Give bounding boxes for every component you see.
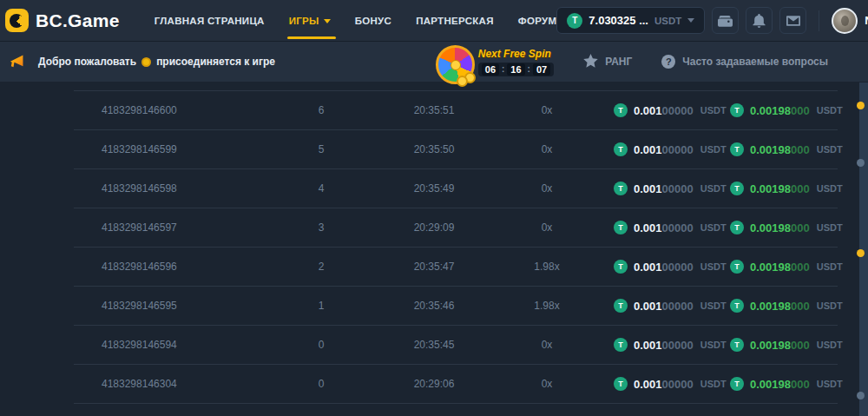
bet-id: 4183298146599 bbox=[74, 143, 273, 155]
free-spin-title: Next Free Spin bbox=[478, 48, 554, 60]
announcement-prefix: Добро пожаловать bbox=[38, 56, 136, 68]
bcgame-logo-icon bbox=[5, 9, 29, 32]
bet-time: 20:29:09 bbox=[369, 221, 499, 234]
chevron-down-icon bbox=[687, 18, 694, 23]
tether-icon: T bbox=[730, 182, 744, 195]
balance-selector[interactable]: T 7.030325 ... USDT bbox=[556, 7, 705, 34]
bet-amount: T 0.00100000 USDT bbox=[595, 377, 716, 391]
bet-amount: T 0.00100000 USDT bbox=[595, 142, 716, 156]
bet-multiplier: 0x bbox=[499, 378, 595, 390]
faq-label: Часто задаваемые вопросы bbox=[682, 56, 828, 68]
tether-icon: T bbox=[614, 377, 628, 391]
payout-amount: T 0.00198000 USDT bbox=[716, 221, 838, 234]
rank-label: РАНГ bbox=[605, 56, 632, 68]
free-spin-widget[interactable]: Next Free Spin 06:16:07 bbox=[436, 45, 554, 79]
bet-time: 20:35:50 bbox=[369, 143, 499, 155]
bet-amount: T 0.00100000 USDT bbox=[595, 221, 716, 234]
wallet-icon bbox=[718, 14, 733, 27]
wallet-button[interactable] bbox=[712, 7, 739, 34]
tether-icon: T bbox=[730, 377, 744, 391]
announcement-right: Next Free Spin 06:16:07 РАНГ ? Часто зад… bbox=[436, 45, 828, 79]
tether-icon: T bbox=[614, 299, 628, 313]
announcement-bar: Добро пожаловать присоединяется к игре N… bbox=[0, 42, 868, 82]
tether-icon: T bbox=[614, 182, 628, 195]
username: Nashka bbox=[865, 14, 868, 27]
bet-amount: T 0.00100000 USDT bbox=[595, 338, 716, 352]
main-nav: ГЛАВНАЯ СТРАНИЦА ИГРЫ БОНУС ПАРТНЕРСКАЯ … bbox=[155, 0, 557, 42]
tether-icon: T bbox=[730, 338, 744, 352]
bet-amount: T 0.00100000 USDT bbox=[595, 260, 716, 274]
bet-round: 4 bbox=[273, 182, 369, 195]
bet-multiplier: 0x bbox=[499, 339, 595, 351]
payout-amount: T 0.00198000 USDT bbox=[716, 142, 838, 156]
nav-item[interactable]: ФОРУМ bbox=[518, 0, 557, 42]
panel-icon-fragment bbox=[857, 249, 865, 257]
nav-item[interactable]: ИГРЫ bbox=[289, 0, 331, 42]
bet-time: 20:35:45 bbox=[369, 339, 499, 351]
notifications-button[interactable] bbox=[746, 7, 773, 34]
announcement-message: Добро пожаловать присоединяется к игре bbox=[38, 56, 275, 68]
faq-link[interactable]: ? Часто задаваемые вопросы bbox=[661, 55, 828, 69]
logo[interactable]: BC.Game bbox=[5, 9, 120, 32]
nav-item[interactable]: ГЛАВНАЯ СТРАНИЦА bbox=[155, 0, 265, 42]
currency-label: USDT bbox=[817, 379, 843, 389]
balance-amount: 7.030325 ... bbox=[589, 14, 648, 27]
table-row[interactable]: 4183298146594 0 20:35:45 0x T 0.00100000… bbox=[74, 325, 838, 364]
bets-table-area: 4183298146600 6 20:35:51 0x T 0.00100000… bbox=[0, 83, 868, 416]
nav-item[interactable]: БОНУС bbox=[355, 0, 391, 42]
bet-id: 4183298146304 bbox=[74, 378, 273, 390]
star-icon bbox=[583, 54, 598, 70]
bet-time: 20:35:46 bbox=[369, 300, 499, 312]
payout-amount: T 0.00198000 USDT bbox=[716, 299, 838, 313]
tether-icon: T bbox=[614, 221, 628, 234]
table-row[interactable]: 4183298146597 3 20:29:09 0x T 0.00100000… bbox=[74, 208, 838, 247]
bet-id: 4183298146597 bbox=[74, 221, 273, 234]
avatar bbox=[832, 8, 858, 34]
logo-text: BC.Game bbox=[36, 10, 120, 31]
bet-time: 20:35:49 bbox=[369, 182, 499, 195]
currency-label: USDT bbox=[817, 144, 843, 155]
bet-multiplier: 0x bbox=[499, 104, 595, 116]
bet-id: 4183298146600 bbox=[74, 104, 273, 116]
bet-time: 20:35:47 bbox=[369, 261, 499, 273]
bet-round: 2 bbox=[273, 261, 369, 273]
bet-amount: T 0.00100000 USDT bbox=[595, 182, 716, 195]
bet-multiplier: 0x bbox=[499, 143, 595, 155]
mail-icon bbox=[786, 16, 800, 26]
bet-id: 4183298146594 bbox=[74, 339, 273, 351]
bet-round: 0 bbox=[273, 339, 369, 351]
nav-item-label: ИГРЫ bbox=[289, 16, 319, 26]
coin-icon bbox=[141, 57, 151, 67]
table-row[interactable]: 4183298146294 0 20:29:03 0x T 0.00100000… bbox=[74, 403, 838, 416]
bet-time: 20:35:51 bbox=[369, 104, 499, 116]
payout-amount: T 0.00198000 USDT bbox=[716, 377, 838, 391]
table-row[interactable]: 4183298146596 2 20:35:47 1.98x T 0.00100… bbox=[74, 247, 838, 286]
chat-panel-edge[interactable] bbox=[859, 83, 868, 416]
table-row[interactable]: 4183298146304 0 20:29:06 0x T 0.00100000… bbox=[74, 364, 838, 403]
bet-id: 4183298146598 bbox=[74, 182, 273, 195]
table-row[interactable]: 4183298146595 1 20:35:46 1.98x T 0.00100… bbox=[74, 286, 838, 325]
messages-button[interactable] bbox=[779, 7, 806, 34]
tether-icon: T bbox=[567, 13, 582, 29]
panel-icon-fragment bbox=[857, 392, 865, 399]
table-row[interactable]: 4183298146599 5 20:35:50 0x T 0.00100000… bbox=[74, 129, 838, 168]
tether-icon: T bbox=[730, 103, 744, 117]
payout-amount: T 0.00198000 USDT bbox=[716, 260, 838, 274]
bet-round: 0 bbox=[273, 378, 369, 390]
announcement-suffix: присоединяется к игре bbox=[156, 56, 275, 68]
bet-round: 1 bbox=[273, 300, 369, 312]
free-spin-timer: 06:16:07 bbox=[478, 63, 554, 76]
table-row[interactable]: 4183298146598 4 20:35:49 0x T 0.00100000… bbox=[74, 168, 838, 208]
tether-icon: T bbox=[730, 221, 744, 234]
user-menu[interactable]: Nashka bbox=[832, 8, 868, 34]
spin-wheel-icon bbox=[436, 45, 475, 84]
nav-item-label: ФОРУМ bbox=[518, 16, 557, 26]
bets-table: 4183298146600 6 20:35:51 0x T 0.00100000… bbox=[74, 90, 838, 416]
tether-icon: T bbox=[730, 142, 744, 156]
question-icon: ? bbox=[661, 55, 675, 69]
rank-link[interactable]: РАНГ bbox=[583, 54, 632, 70]
currency-label: USDT bbox=[817, 183, 843, 194]
bet-round: 5 bbox=[273, 143, 369, 155]
table-row[interactable]: 4183298146600 6 20:35:51 0x T 0.00100000… bbox=[74, 90, 838, 129]
nav-item[interactable]: ПАРТНЕРСКАЯ bbox=[416, 0, 494, 42]
